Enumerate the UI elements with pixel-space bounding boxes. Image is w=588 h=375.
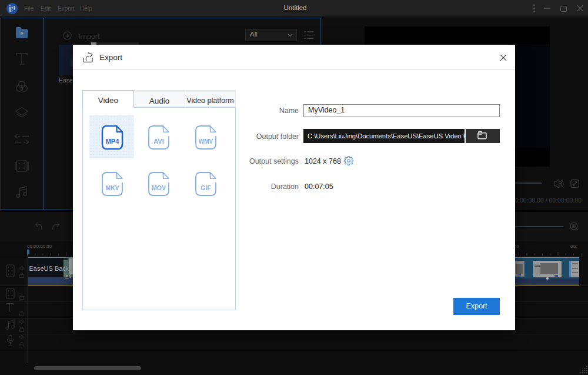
svg-text:MP4: MP4 <box>105 138 119 145</box>
svg-text:MOV: MOV <box>152 184 166 191</box>
svg-text:AVI: AVI <box>154 138 165 145</box>
svg-text:MKV: MKV <box>105 184 119 191</box>
